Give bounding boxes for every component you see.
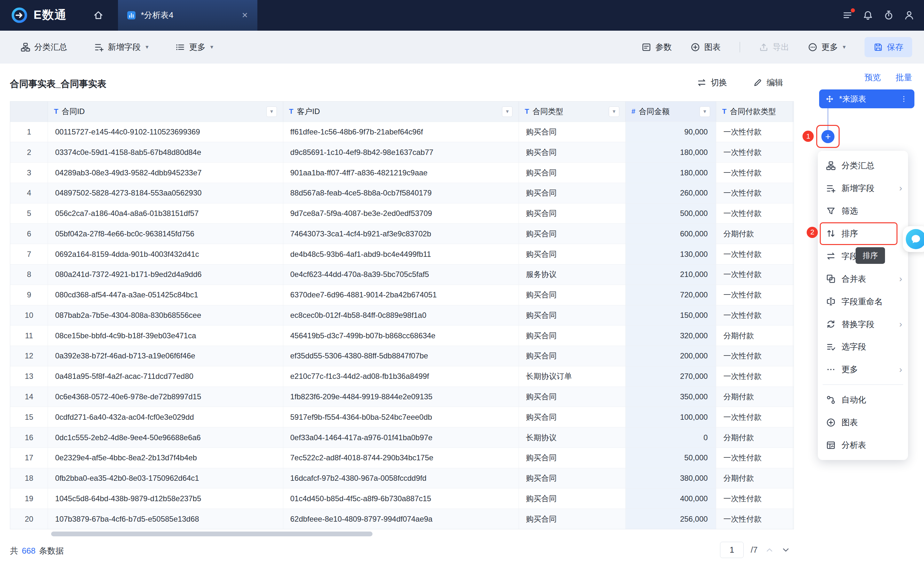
- table-row[interactable]: 160dc1c555-2eb2-4d8e-9ee4-50e96688e6a60e…: [10, 427, 793, 447]
- notification-bell-icon[interactable]: [862, 10, 873, 21]
- tab-analysis-sheet[interactable]: *分析表4 ✕: [118, 0, 258, 31]
- params-button[interactable]: 参数: [642, 42, 672, 53]
- menu-item-replace-field[interactable]: 替换字段›: [818, 313, 908, 336]
- task-list-icon[interactable]: [842, 10, 853, 21]
- table-row[interactable]: 203374c0e-59d1-4158-8ab5-67b48d80d84ed9c…: [10, 142, 793, 162]
- title-actions: 切换 编辑: [697, 77, 783, 88]
- save-button[interactable]: 保存: [865, 37, 912, 57]
- table-row[interactable]: 120a392e38-b72f-46ad-b713-a19e06f6f46eef…: [10, 346, 793, 366]
- add-field-button[interactable]: 新增字段 ▾: [94, 42, 149, 53]
- cell: 0e4cf623-44dd-470a-8a39-5bc705c5faf5: [283, 264, 519, 285]
- column-header-4[interactable]: #合同金额▼: [626, 102, 716, 122]
- tab-close-icon[interactable]: ✕: [242, 11, 248, 20]
- row-number: 11: [10, 326, 48, 346]
- row-number: 4: [10, 183, 48, 203]
- preview-link[interactable]: 预览: [865, 72, 881, 83]
- menu-item-rename-field[interactable]: 字段重命名: [818, 290, 908, 313]
- scrollbar-thumb[interactable]: [51, 531, 372, 536]
- classify-summary-button[interactable]: 分类汇总: [21, 42, 68, 53]
- cell: 16dcafcf-97b2-4380-967a-0058fccdd9fd: [283, 468, 519, 488]
- cell: 0cdfd271-6a40-432a-ac04-fcf0e3e029dd: [48, 407, 283, 427]
- menu-item-merge-table[interactable]: 合并表›: [818, 268, 908, 290]
- cell: 0a392e38-b72f-46ad-b713-a19e06f6f46e: [48, 346, 283, 366]
- filter-icon: [826, 206, 835, 216]
- kebab-menu-icon[interactable]: [900, 95, 908, 103]
- history-timer-icon[interactable]: [883, 10, 894, 21]
- column-header-3[interactable]: T合同类型▼: [519, 102, 626, 122]
- column-header-5[interactable]: T合同付款类型: [716, 102, 793, 122]
- table-row[interactable]: 140c6e4368-0572-40e6-978e-de72b8997d151f…: [10, 387, 793, 407]
- add-field-label: 新增字段: [108, 42, 141, 53]
- cell: 04897502-5828-4273-8184-553aa0562930: [48, 183, 283, 203]
- cell: 一次性付款: [716, 142, 793, 162]
- table-row[interactable]: 20107b3879-67ba-4cf6-b7d5-e50585e13d6862…: [10, 508, 793, 529]
- more-right-button[interactable]: 更多 ▾: [808, 42, 846, 53]
- column-header-1[interactable]: T合同ID▼: [48, 102, 283, 122]
- table-row[interactable]: 170e2329e4-af5e-4bbc-8ea2-2b13d7f4b4eb7e…: [10, 447, 793, 468]
- table-row[interactable]: 70692a164-8159-4dda-901b-4003f432d41cde4…: [10, 244, 793, 264]
- row-number: 17: [10, 448, 48, 468]
- table-row[interactable]: 150cdfd271-6a40-432a-ac04-fcf0e3e029dd59…: [10, 406, 793, 427]
- page-title: 合同事实表_合同事实表: [10, 78, 106, 90]
- cell: 购买合同: [519, 488, 626, 508]
- row-number: 7: [10, 244, 48, 264]
- export-button[interactable]: 导出: [759, 42, 789, 53]
- table-row[interactable]: 100115727-e145-44c0-9102-110523699369ff6…: [10, 122, 793, 142]
- batch-link[interactable]: 批量: [895, 72, 912, 83]
- app-brand[interactable]: E数通: [11, 0, 67, 31]
- column-menu-dropdown-icon[interactable]: ▼: [700, 106, 710, 117]
- menu-item-add-field[interactable]: 新增字段›: [818, 177, 908, 200]
- cell: 88d567a8-feab-4ce5-8b8a-0cb7f5840179: [283, 183, 519, 203]
- cell: 901aa1ba-ff07-4ff7-a836-4821219c9aae: [283, 163, 519, 183]
- table-row[interactable]: 180fb2bba0-ea35-42b0-8e03-1750962d64c116…: [10, 468, 793, 488]
- row-number: 3: [10, 163, 48, 183]
- home-icon[interactable]: [93, 10, 104, 21]
- cell: 一次性付款: [716, 264, 793, 285]
- more-left-label: 更多: [189, 42, 206, 53]
- column-header-2[interactable]: T客户ID▼: [283, 102, 519, 122]
- source-table-node[interactable]: *来源表: [819, 90, 915, 108]
- cell: 180,000: [626, 142, 716, 162]
- table-row[interactable]: 8080a241d-7372-4921-b171-b9ed2d4a9dd60e4…: [10, 264, 793, 285]
- more-left-button[interactable]: 更多 ▾: [176, 42, 213, 53]
- table-row[interactable]: 191045c5d8-64bd-438b-9879-d12b58e237b501…: [10, 488, 793, 508]
- column-menu-dropdown-icon[interactable]: ▼: [609, 106, 619, 117]
- table-row[interactable]: 130a481a95-5f8f-4a2f-acac-711dcd77ed80e2…: [10, 366, 793, 387]
- edit-button[interactable]: 编辑: [753, 77, 783, 88]
- menu-item-label: 字段重命名: [841, 296, 883, 307]
- chat-button[interactable]: [906, 229, 924, 249]
- classify-icon: [826, 161, 835, 170]
- menu-item-sort[interactable]: 排序: [818, 222, 908, 245]
- menu-item-classify[interactable]: 分类汇总: [818, 154, 908, 177]
- table-row[interactable]: 5056c2ca7-a186-40a4-a8a6-01b38151df579d7…: [10, 203, 793, 224]
- menu-item-automation[interactable]: 自动化: [818, 388, 908, 411]
- switch-button[interactable]: 切换: [697, 77, 727, 88]
- page-input[interactable]: [720, 542, 744, 558]
- table-row[interactable]: 304289ab3-08e3-49d3-9582-4dbb945233e7901…: [10, 162, 793, 183]
- table-row[interactable]: 1108ce15be-bbfd-4c9b-b18f-39eb03e471ca45…: [10, 325, 793, 346]
- more-right-label: 更多: [822, 42, 838, 53]
- record-count: 共 668 条数据: [10, 545, 64, 556]
- menu-item-more[interactable]: 更多›: [818, 358, 908, 381]
- record-count-value: 668: [22, 546, 36, 555]
- menu-item-chart[interactable]: 图表: [818, 411, 908, 434]
- column-menu-dropdown-icon[interactable]: ▼: [266, 106, 277, 117]
- horizontal-scrollbar[interactable]: [10, 531, 793, 536]
- chart-button[interactable]: 图表: [691, 42, 721, 53]
- cell: 一次性付款: [716, 448, 793, 468]
- page-up-icon[interactable]: [765, 545, 774, 555]
- menu-item-label: 新增字段: [841, 183, 874, 194]
- cell: 256,000: [626, 509, 716, 529]
- table-row[interactable]: 404897502-5828-4273-8184-553aa056293088d…: [10, 183, 793, 203]
- page-down-icon[interactable]: [781, 545, 790, 555]
- column-menu-dropdown-icon[interactable]: ▼: [502, 106, 513, 117]
- menu-item-analysis-table[interactable]: 分析表: [818, 434, 908, 456]
- menu-item-filter[interactable]: 筛选: [818, 200, 908, 222]
- table-row[interactable]: 9080cd368-af54-447a-a3ae-051425c84bc1637…: [10, 285, 793, 305]
- cell: ff61dfee-1c56-48b6-9f7b-21abef64c96f: [283, 122, 519, 142]
- table-row[interactable]: 10087bab2a-7b5e-4304-808a-830b68556ceeec…: [10, 305, 793, 326]
- table-row[interactable]: 605bf042a-27f8-4e66-bc0c-9638145fd756746…: [10, 223, 793, 244]
- menu-item-select-field[interactable]: 选字段: [818, 336, 908, 358]
- user-profile-icon[interactable]: [904, 10, 914, 21]
- analysis-table-icon: [826, 441, 835, 450]
